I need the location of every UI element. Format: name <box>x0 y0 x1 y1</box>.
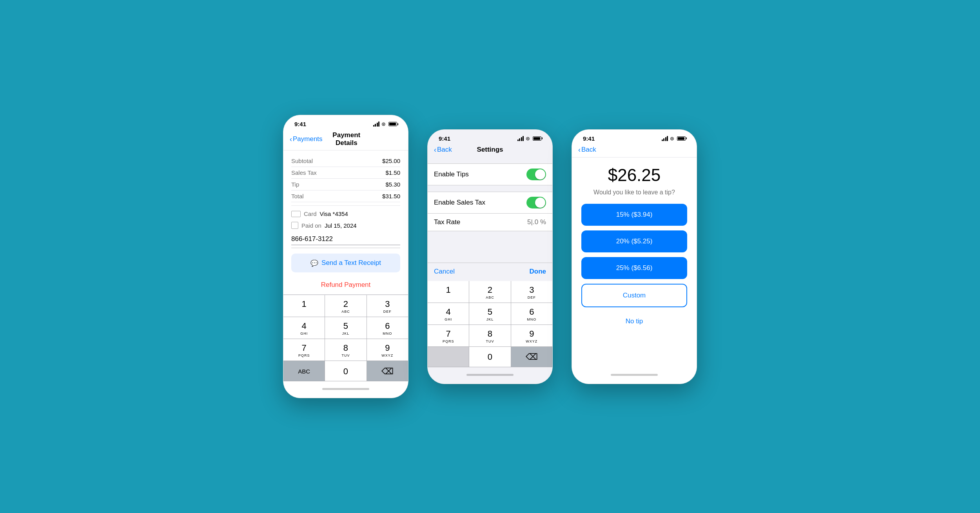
key2-0[interactable]: 0 <box>469 347 511 367</box>
card-row: Card Visa *4354 <box>291 208 400 219</box>
key-4[interactable]: 4GHI <box>283 317 325 339</box>
nav-title-2: Settings <box>465 146 515 154</box>
status-icons-1: ⊛ <box>373 121 397 127</box>
key2-delete[interactable]: ⌫ <box>511 347 552 367</box>
home-bar-3 <box>611 374 658 376</box>
battery-fill-2 <box>534 137 540 140</box>
phone-tip: 9:41 ⊛ ‹ Back $26 <box>572 129 697 384</box>
enable-sales-tax-toggle[interactable] <box>526 197 546 208</box>
key2-2[interactable]: 2ABC <box>469 281 511 303</box>
payment-method-section: Card Visa *4354 Paid on Jul 15, 2024 <box>291 205 400 231</box>
keypad2-row-4: 0 ⌫ <box>428 347 552 367</box>
key-9[interactable]: 9WXYZ <box>367 339 408 361</box>
battery-fill-1 <box>389 123 396 125</box>
status-bar-3: 9:41 ⊛ <box>572 130 697 144</box>
keypad2-row-1: 1 2ABC 3DEF <box>428 281 552 303</box>
enable-tips-row: Enable Tips <box>428 164 552 185</box>
key2-1[interactable]: 1 <box>428 281 469 303</box>
signal-bar-2-2 <box>519 138 520 141</box>
status-time-2: 9:41 <box>439 135 450 142</box>
status-time-3: 9:41 <box>583 135 595 142</box>
key-delete[interactable]: ⌫ <box>367 361 408 381</box>
total-label: Total <box>291 193 304 199</box>
key2-7[interactable]: 7PQRS <box>428 325 469 347</box>
battery-3 <box>677 136 686 141</box>
cancel-button[interactable]: Cancel <box>434 268 455 276</box>
key-0[interactable]: 0 <box>325 361 367 381</box>
battery-2 <box>533 136 541 141</box>
battery-1 <box>388 122 397 126</box>
battery-fill-3 <box>678 137 684 140</box>
key-6[interactable]: 6MNO <box>367 317 408 339</box>
scene: 9:41 ⊛ ‹ Payments Payment Details <box>267 99 713 414</box>
key-8[interactable]: 8TUV <box>325 339 367 361</box>
sales-tax-label: Sales Tax <box>291 169 317 176</box>
key2-4[interactable]: 4GHI <box>428 303 469 325</box>
status-time-1: 9:41 <box>294 121 306 127</box>
phone-input[interactable] <box>291 235 400 245</box>
wifi-icon-1: ⊛ <box>381 121 386 127</box>
signal-bar-2-3 <box>521 137 522 141</box>
tip-20-button[interactable]: 20% ($5.25) <box>581 230 687 252</box>
tip-value: $5.30 <box>385 181 400 188</box>
sales-tax-row: Sales Tax $1.50 <box>291 167 400 179</box>
key2-6[interactable]: 6MNO <box>511 303 552 325</box>
back-chevron-2: ‹ <box>434 146 436 154</box>
keypad-1: 1 2ABC 3DEF 4GHI 5JKL 6MNO 7PQRS 8TUV 9W… <box>283 294 408 381</box>
card-value: Visa *4354 <box>320 210 348 217</box>
tip-custom-button[interactable]: Custom <box>581 284 687 307</box>
keypad-row-3: 7PQRS 8TUV 9WXYZ <box>283 339 408 361</box>
key-3[interactable]: 3DEF <box>367 295 408 317</box>
subtotal-row: Subtotal $25.00 <box>291 155 400 167</box>
tip-row: Tip $5.30 <box>291 179 400 190</box>
key-abc[interactable]: ABC <box>283 361 325 381</box>
back-label-2: Back <box>437 146 452 154</box>
enable-tips-toggle[interactable] <box>526 169 546 180</box>
send-receipt-label: Send a Text Receipt <box>321 259 381 267</box>
back-label-1: Payments <box>293 135 323 143</box>
key2-5[interactable]: 5JKL <box>469 303 511 325</box>
subtotal-value: $25.00 <box>382 158 400 164</box>
toggle-knob-1 <box>535 169 545 179</box>
key2-9[interactable]: 9WXYZ <box>511 325 552 347</box>
done-button[interactable]: Done <box>530 268 546 276</box>
settings-section-tips: Enable Tips <box>428 163 552 185</box>
message-icon: 💬 <box>310 259 318 267</box>
home-indicator-2 <box>428 367 552 384</box>
tax-rate-value: 5|.0 % <box>527 218 546 226</box>
key-7[interactable]: 7PQRS <box>283 339 325 361</box>
settings-bottom-btns: Cancel Done <box>428 263 552 280</box>
key-2[interactable]: 2ABC <box>325 295 367 317</box>
signal-bar-3 <box>377 123 378 127</box>
tip-25-button[interactable]: 25% ($6.56) <box>581 257 687 279</box>
enable-sales-tax-label: Enable Sales Tax <box>434 199 485 207</box>
card-icon <box>291 211 301 217</box>
back-button-settings[interactable]: ‹ Back <box>434 146 465 154</box>
keypad-row-2: 4GHI 5JKL 6MNO <box>283 317 408 339</box>
detail-rows: Subtotal $25.00 Sales Tax $1.50 Tip $5.3… <box>283 150 408 231</box>
back-button-tip[interactable]: ‹ Back <box>578 146 610 154</box>
key2-3[interactable]: 3DEF <box>511 281 552 303</box>
phone-payment-details: 9:41 ⊛ ‹ Payments Payment Details <box>283 115 408 398</box>
signal-bar-3-4 <box>667 136 668 141</box>
date-row: Paid on Jul 15, 2024 <box>291 219 400 231</box>
back-chevron-3: ‹ <box>578 146 581 154</box>
home-indicator-3 <box>572 367 697 384</box>
key2-8[interactable]: 8TUV <box>469 325 511 347</box>
key-5[interactable]: 5JKL <box>325 317 367 339</box>
tip-label: Tip <box>291 181 299 188</box>
back-button-payments[interactable]: ‹ Payments <box>290 135 323 143</box>
tip-question: Would you like to leave a tip? <box>593 189 675 196</box>
key2-empty <box>428 347 469 367</box>
signal-bar-2 <box>375 124 376 127</box>
no-tip-button[interactable]: No tip <box>622 314 646 328</box>
paid-on-label: Paid on <box>301 222 321 229</box>
refund-button[interactable]: Refund Payment <box>283 278 408 294</box>
tip-15-button[interactable]: 15% ($3.94) <box>581 204 687 226</box>
tip-content: $26.25 Would you like to leave a tip? 15… <box>572 158 697 367</box>
settings-section-tax: Enable Sales Tax Tax Rate 5|.0 % <box>428 192 552 231</box>
back-chevron-1: ‹ <box>290 135 292 143</box>
key-1[interactable]: 1 <box>283 295 325 317</box>
keypad2-row-3: 7PQRS 8TUV 9WXYZ <box>428 325 552 347</box>
send-receipt-button[interactable]: 💬 Send a Text Receipt <box>291 254 400 272</box>
